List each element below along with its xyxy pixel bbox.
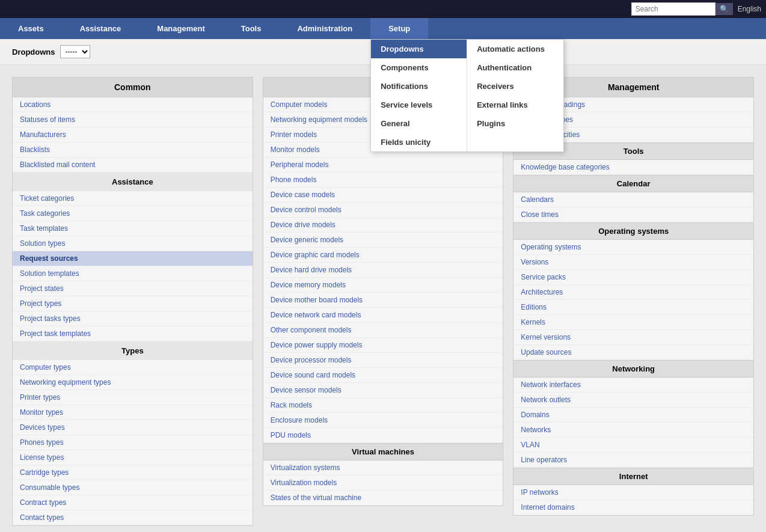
item-pdu-models[interactable]: PDU models	[263, 428, 503, 443]
item-service-packs[interactable]: Service packs	[513, 270, 753, 285]
item-computer-types[interactable]: Computer types	[13, 360, 253, 375]
setup-dropdown-automatic-actions[interactable]: Automatic actions	[467, 40, 563, 58]
item-domains[interactable]: Domains	[513, 408, 753, 423]
item-task-categories[interactable]: Task categories	[13, 206, 253, 221]
search-box: 🔍	[631, 2, 733, 16]
setup-dropdown-service-levels[interactable]: Service levels	[371, 96, 467, 114]
item-editions[interactable]: Editions	[513, 300, 753, 315]
item-blacklists[interactable]: Blacklists	[13, 142, 253, 157]
nav-tools[interactable]: Tools	[223, 18, 280, 39]
search-button[interactable]: 🔍	[715, 3, 733, 15]
item-device-generic-models[interactable]: Device generic models	[263, 233, 503, 248]
setup-dropdown-col1: Dropdowns Components Notifications Servi…	[371, 40, 467, 151]
item-kernel-versions[interactable]: Kernel versions	[513, 330, 753, 345]
item-device-control-models[interactable]: Device control models	[263, 203, 503, 218]
item-peripheral-models[interactable]: Peripheral models	[263, 157, 503, 173]
item-devices-types[interactable]: Devices types	[13, 420, 253, 435]
breadcrumb-select[interactable]: -----	[60, 45, 90, 58]
nav-assets[interactable]: Assets	[0, 18, 62, 39]
setup-dropdown-receivers[interactable]: Receivers	[467, 77, 563, 96]
item-device-hard-drive-models[interactable]: Device hard drive models	[263, 263, 503, 278]
item-blacklisted-mail[interactable]: Blacklisted mail content	[13, 157, 253, 173]
item-phone-models[interactable]: Phone models	[263, 173, 503, 188]
item-update-sources[interactable]: Update sources	[513, 345, 753, 360]
item-enclosure-models[interactable]: Enclosure models	[263, 413, 503, 428]
setup-dropdown-col2: Automatic actions Authentication Receive…	[467, 40, 563, 151]
item-printer-types[interactable]: Printer types	[13, 390, 253, 405]
search-input[interactable]	[631, 2, 715, 16]
setup-dropdown: Dropdowns Components Notifications Servi…	[370, 39, 564, 152]
nav-setup[interactable]: Setup Dropdowns Components Notifications…	[370, 18, 428, 39]
setup-dropdown-general[interactable]: General	[371, 114, 467, 133]
item-project-states[interactable]: Project states	[13, 281, 253, 296]
item-states-virtual-machine[interactable]: States of the virtual machine	[263, 491, 503, 506]
calendar-header: Calendar	[513, 175, 753, 192]
item-kernels[interactable]: Kernels	[513, 315, 753, 330]
item-device-graphic-card-models[interactable]: Device graphic card models	[263, 248, 503, 263]
item-internet-domains[interactable]: Internet domains	[513, 500, 753, 515]
item-license-types[interactable]: License types	[13, 450, 253, 465]
item-operating-systems[interactable]: Operating systems	[513, 240, 753, 255]
item-contact-types[interactable]: Contact types	[13, 510, 253, 525]
setup-dropdown-external-links[interactable]: External links	[467, 96, 563, 114]
setup-dropdown-fields-unicity[interactable]: Fields unicity	[371, 133, 467, 151]
virtual-machines-header: Virtual machines	[263, 443, 503, 460]
setup-dropdown-components[interactable]: Components	[371, 58, 467, 77]
nav-administration[interactable]: Administration	[279, 18, 370, 39]
item-vlan[interactable]: VLAN	[513, 438, 753, 453]
item-locations[interactable]: Locations	[13, 97, 253, 112]
setup-dropdown-notifications[interactable]: Notifications	[371, 77, 467, 96]
item-monitor-types[interactable]: Monitor types	[13, 405, 253, 420]
item-device-sound-card-models[interactable]: Device sound card models	[263, 368, 503, 383]
setup-dropdown-dropdowns[interactable]: Dropdowns	[371, 40, 467, 58]
breadcrumb-label: Dropdowns	[12, 47, 55, 57]
language-label: English	[738, 5, 761, 13]
item-network-interfaces[interactable]: Network interfaces	[513, 378, 753, 393]
item-phones-types[interactable]: Phones types	[13, 435, 253, 450]
item-versions[interactable]: Versions	[513, 255, 753, 270]
item-statuses[interactable]: Statuses of items	[13, 112, 253, 127]
item-networking-eq-types[interactable]: Networking equipment types	[13, 375, 253, 390]
setup-dropdown-authentication[interactable]: Authentication	[467, 58, 563, 77]
networking-header: Networking	[513, 360, 753, 378]
item-device-sensor-models[interactable]: Device sensor models	[263, 383, 503, 398]
item-device-mother-board-models[interactable]: Device mother board models	[263, 293, 503, 308]
internet-header: Internet	[513, 468, 753, 485]
item-consumable-types[interactable]: Consumable types	[13, 480, 253, 495]
item-architectures[interactable]: Architectures	[513, 285, 753, 300]
item-device-network-card-models[interactable]: Device network card models	[263, 308, 503, 323]
item-manufacturers[interactable]: Manufacturers	[13, 127, 253, 142]
item-ticket-categories[interactable]: Ticket categories	[13, 191, 253, 206]
os-header: Operating systems	[513, 222, 753, 240]
item-ip-networks[interactable]: IP networks	[513, 485, 753, 500]
nav-assistance[interactable]: Assistance	[62, 18, 139, 39]
item-request-sources[interactable]: Request sources	[13, 251, 253, 266]
item-virtualization-systems[interactable]: Virtualization systems	[263, 460, 503, 475]
item-close-times[interactable]: Close times	[513, 207, 753, 222]
item-device-processor-models[interactable]: Device processor models	[263, 353, 503, 368]
common-header: Common	[13, 78, 253, 97]
item-line-operators[interactable]: Line operators	[513, 453, 753, 468]
item-project-tasks-types[interactable]: Project tasks types	[13, 311, 253, 326]
item-cartridge-types[interactable]: Cartridge types	[13, 465, 253, 480]
item-project-types[interactable]: Project types	[13, 296, 253, 311]
item-networks[interactable]: Networks	[513, 423, 753, 438]
setup-dropdown-plugins[interactable]: Plugins	[467, 114, 563, 133]
item-device-memory-models[interactable]: Device memory models	[263, 278, 503, 293]
nav-bar: Assets Assistance Management Tools Admin…	[0, 18, 766, 39]
item-task-templates[interactable]: Task templates	[13, 221, 253, 236]
item-solution-templates[interactable]: Solution templates	[13, 266, 253, 281]
item-knowledge-base-categories[interactable]: Knowledge base categories	[513, 160, 753, 175]
item-device-power-supply-models[interactable]: Device power supply models	[263, 338, 503, 353]
item-solution-types[interactable]: Solution types	[13, 236, 253, 251]
item-contract-types[interactable]: Contract types	[13, 495, 253, 510]
nav-management[interactable]: Management	[139, 18, 222, 39]
item-rack-models[interactable]: Rack models	[263, 398, 503, 413]
item-project-task-templates[interactable]: Project task templates	[13, 326, 253, 341]
item-other-component-models[interactable]: Other component models	[263, 323, 503, 338]
item-virtualization-models[interactable]: Virtualization models	[263, 475, 503, 491]
item-calendars[interactable]: Calendars	[513, 192, 753, 207]
item-network-outlets[interactable]: Network outlets	[513, 393, 753, 408]
item-device-drive-models[interactable]: Device drive models	[263, 218, 503, 233]
item-device-case-models[interactable]: Device case models	[263, 188, 503, 203]
